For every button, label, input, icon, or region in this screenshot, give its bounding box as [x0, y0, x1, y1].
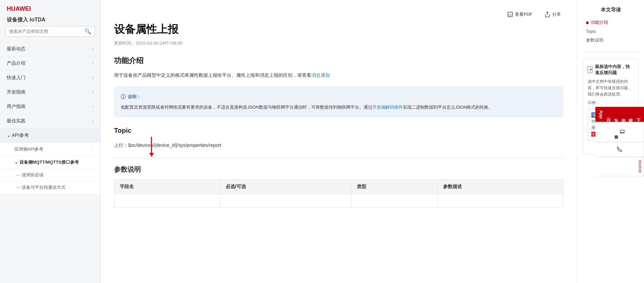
main-content: PDF 查看PDF 分享 设备属性上报 更新时间：2022-03-30 GMT+… — [101, 0, 577, 283]
search-input[interactable] — [9, 29, 83, 34]
chevron-right-icon: › — [92, 147, 94, 151]
sidebar-item-devguide[interactable]: 开发指南 › — [0, 85, 100, 100]
toolbar: PDF 查看PDF 分享 — [114, 10, 564, 19]
sidebar-item-best-practice[interactable]: 最佳实践 › — [0, 114, 100, 128]
feedback-side-icon — [620, 129, 625, 135]
func-section-title: 功能介绍 — [114, 56, 564, 66]
param-table: 字段名 必选/可选 类型 参数描述 — [114, 179, 564, 208]
download-app-button[interactable]: 下 载 华 为 云 App — [595, 107, 644, 122]
sidebar-item-app-api[interactable]: 应用侧API参考 › — [0, 143, 100, 156]
toc-item-topic[interactable]: Topic — [583, 27, 639, 36]
share-button[interactable]: 分享 — [542, 10, 564, 19]
sidebar: HUAWEI 设备接入 IoTDA 🔍 最新动态 › 产品介绍 › 快速入门 ›… — [0, 0, 101, 283]
topic-section-title: Topic — [114, 127, 564, 134]
search-icon[interactable]: 🔍 — [85, 28, 91, 35]
feedback-example-label: 示例： — [588, 100, 634, 106]
chevron-right-icon: › — [92, 119, 94, 123]
toc-list: 功能介绍 Topic 参数说明 — [583, 18, 639, 45]
toc-item-func[interactable]: 功能介绍 — [583, 18, 639, 27]
sidebar-item-product-intro[interactable]: 产品介绍 › — [0, 56, 100, 71]
sidebar-item-mqtt[interactable]: ⌄ 设备侧MQTT/MQTTS接口参考 — [0, 156, 100, 169]
doc-feedback-button[interactable]: 文档反馈 — [595, 122, 644, 142]
topic-uplink: 上行：$oc/devices/{device_id}/sys/propertie… — [114, 143, 564, 149]
phone-number: 950808 — [595, 157, 644, 176]
arrow-indicator — [151, 137, 152, 154]
sidebar-api-sub: 应用侧API参考 › ⌄ 设备侧MQTT/MQTTS接口参考 — 使用前必读 —… — [0, 143, 100, 194]
share-icon — [544, 11, 550, 17]
topic-section: Topic 上行：$oc/devices/{device_id}/sys/pro… — [114, 127, 564, 149]
plugin-link[interactable]: 开发编解码插件 — [372, 105, 403, 110]
feedback-desc: 选中文档中有疑惑的内容，即可快速反馈问题，我们将会跟进处理。 — [588, 78, 634, 98]
pdf-icon: PDF — [507, 11, 513, 17]
svg-text:PDF: PDF — [508, 14, 512, 16]
col-desc: 参数描述 — [438, 179, 564, 194]
sidebar-mqtt-sub: — 使用前必读 — 设备与平台间通信方式 — [0, 169, 100, 194]
notice-box: ⓘ 说明： 低配置且资源受限或者对网络流量有要求的设备，不适合直接构造JSON数… — [114, 86, 564, 117]
chevron-right-icon: › — [92, 90, 94, 95]
search-box[interactable]: 🔍 — [5, 26, 95, 37]
sidebar-item-commtype[interactable]: — 设备与平台间通信方式 — [0, 181, 100, 194]
toc-title: 本文导读 — [583, 7, 639, 13]
table-row — [114, 194, 564, 208]
sidebar-item-latest-news[interactable]: 最新动态 › — [0, 42, 100, 56]
sidebar-nav: 最新动态 › 产品介绍 › 快速入门 › 开发指南 › 用户指南 › 最佳实践 … — [0, 42, 100, 283]
toc-item-params[interactable]: 参数说明 — [583, 36, 639, 45]
phone-button[interactable] — [595, 142, 644, 157]
phone-icon — [617, 147, 622, 152]
float-right-bar: 下 载 华 为 云 App 文档反馈 950808 — [595, 107, 644, 176]
sidebar-item-prereq[interactable]: — 使用前必读 — [0, 169, 100, 181]
page-meta: 更新时间：2022-03-30 GMT+08:00 — [114, 40, 564, 46]
pdf-button[interactable]: PDF 查看PDF — [504, 10, 535, 19]
feedback-title: ↗ 鼠标选中内容，快速反馈问题 — [588, 64, 634, 76]
table-header-row: 字段名 必选/可选 类型 参数描述 — [114, 179, 564, 194]
message-notice-link[interactable]: 消息通知 — [311, 72, 330, 78]
func-intro: 用于设备按产品模型中定义的格式将属性数据上报给平台。属性上报和消息上报的区别，请… — [114, 71, 564, 79]
sidebar-title: 设备接入 IoTDA — [0, 16, 100, 26]
col-field: 字段名 — [114, 179, 220, 194]
sidebar-item-api-ref[interactable]: ⌄ API参考 — [0, 128, 100, 143]
separator — [114, 158, 564, 158]
notice-label: ⓘ 说明： — [121, 92, 557, 101]
chevron-right-icon: › — [92, 104, 94, 109]
chevron-right-icon: › — [92, 47, 94, 51]
chevron-right-icon: › — [92, 61, 94, 66]
sidebar-item-userguide[interactable]: 用户指南 › — [0, 100, 100, 114]
col-required: 必选/可选 — [220, 179, 351, 194]
active-dot — [586, 21, 589, 24]
feedback-icon: ↗ — [588, 66, 592, 73]
chevron-right-icon: › — [92, 75, 94, 80]
param-section-title: 参数说明 — [114, 165, 564, 174]
page-title: 设备属性上报 — [114, 22, 564, 37]
brand: HUAWEI — [0, 0, 100, 16]
sidebar-item-quickstart[interactable]: 快速入门 › — [0, 71, 100, 85]
info-icon: ⓘ — [121, 92, 126, 101]
col-type: 类型 — [352, 179, 438, 194]
